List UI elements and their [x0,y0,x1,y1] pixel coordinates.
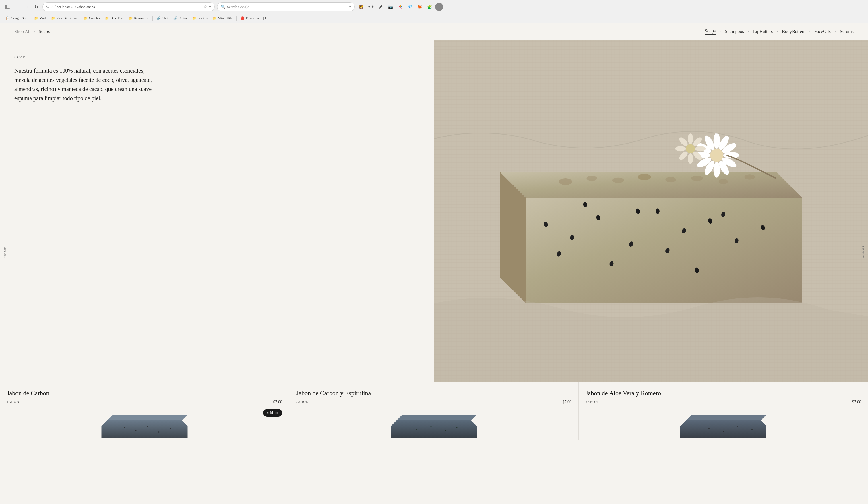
refresh-button[interactable]: ↻ [32,3,40,11]
svg-point-52 [688,153,693,164]
dale-play-icon: 📁 [105,16,109,20]
bookmark-google-suite[interactable]: 📋 Google Suite [3,15,31,21]
address-bar[interactable]: 🛡 ✓ localhost:3000/shop/soaps ☆ ▾ [42,2,215,11]
socials-icon: 📁 [192,16,196,20]
svg-point-62 [158,431,159,433]
bookmark-chat[interactable]: 🔗 Chat [154,15,171,21]
product-image-area-3 [586,409,861,438]
brave-shield-icon[interactable]: 🦁 [357,3,365,11]
chat-icon: 🔗 [157,16,161,20]
nav-lipbutters-link[interactable]: LipButters [753,29,773,34]
product-card-espirulina[interactable]: Jabon de Carbon y Espirulina JABÓN $7.00 [289,382,579,440]
product-type-3: JABÓN [586,400,598,404]
address-bar-menu-icon[interactable]: ▾ [209,4,211,9]
search-placeholder-text: Search Google [227,4,249,9]
camera-icon[interactable]: 📷 [386,3,394,11]
svg-marker-58 [107,415,188,421]
url-text: localhost:3000/shop/soaps [55,4,202,9]
hero-text-panel: SOAPS Nuestra fórmula es 100% natural, c… [0,40,434,382]
bookmark-sep-2 [236,16,237,21]
hero-image-panel [434,40,868,382]
bookmark-socials[interactable]: 📁 Socials [190,15,210,21]
bookmark-misc-utils[interactable]: 📁 Misc Utils [210,15,235,21]
product-price-2: $7.00 [562,400,572,404]
product-image-3 [586,412,861,438]
bookmark-editor[interactable]: 🔗 Editor [171,15,189,21]
nav-serums-link[interactable]: Serums [840,29,854,34]
bookmark-video-stream[interactable]: 📁 Video & Stream [49,15,81,21]
crypto-icon[interactable]: 💎 [406,3,414,11]
svg-marker-9 [500,172,802,198]
editor-icon: 🔗 [173,16,177,20]
nav-buttons: ← → ↻ [14,3,40,11]
hero-description-text: Nuestra fórmula es 100% natural, con ace… [14,66,158,103]
bookmark-resources[interactable]: 📁 Resources [127,15,151,21]
shield-icon: 🛡 [46,5,49,9]
product-image-1 [7,412,282,438]
edit-icon[interactable] [376,3,385,11]
misc-utils-icon: 📁 [213,16,217,20]
svg-point-15 [665,177,676,182]
product-meta-1: JABÓN $7.00 [7,400,282,404]
svg-point-72 [709,428,710,429]
product-meta-3: JABÓN $7.00 [586,400,861,404]
extensions-icon[interactable]: ✦✦ [367,3,375,11]
svg-point-61 [147,426,148,427]
user-avatar[interactable] [435,3,443,11]
product-name-3: Jabon de Aloe Vera y Romero [586,389,861,398]
nav-soaps-link[interactable]: Soaps [705,28,716,35]
google-suite-icon: 📋 [6,16,10,20]
bookmark-project-path[interactable]: 🔴 Project path | I... [238,15,271,21]
fox-icon[interactable]: 🦊 [416,3,424,11]
raspberry-icon: 🔴 [240,16,245,20]
bookmark-mail[interactable]: 📁 Mail [32,15,48,21]
svg-point-18 [744,174,755,179]
svg-point-75 [752,429,753,430]
nav-menu: Soaps · Shampoos · LipButters · BodyButt… [705,28,854,35]
browser-toolbar: ← → ↻ 🛡 ✓ localhost:3000/shop/soaps ☆ ▾ … [0,0,868,14]
back-button[interactable]: ← [14,3,22,11]
nav-faceoils-link[interactable]: FaceOils [814,29,831,34]
svg-point-69 [456,427,457,428]
product-image-2 [296,412,571,438]
svg-marker-65 [397,415,477,421]
svg-marker-64 [391,421,477,438]
search-icon: 🔍 [221,4,225,9]
product-card-aloe[interactable]: Jabon de Aloe Vera y Romero JABÓN $7.00 [579,382,868,440]
sidebar-toggle-button[interactable] [3,3,11,11]
breadcrumb-shop-all-link[interactable]: Shop All [14,29,30,34]
product-card-carbon[interactable]: Jabon de Carbon JABÓN $7.00 sold out [0,382,289,440]
nav-bodybutters-link[interactable]: BodyButters [782,29,805,34]
home-side-label[interactable]: HOME [1,241,9,264]
search-bar[interactable]: 🔍 Search Google ▾ [217,2,355,11]
product-type-2: JABÓN [296,400,309,404]
hero-category-label: SOAPS [14,54,420,59]
nav-shampoos-link[interactable]: Shampoos [725,29,744,34]
bookmarks-bar: 📋 Google Suite 📁 Mail 📁 Video & Stream 📁… [0,14,868,23]
product-price-3: $7.00 [852,400,861,404]
svg-point-54 [675,146,686,151]
rewards-icon[interactable]: 🃏 [396,3,404,11]
bookmark-star-icon[interactable]: ☆ [204,4,207,9]
search-dropdown-icon[interactable]: ▾ [349,5,351,9]
extension-icon[interactable]: 🧩 [425,3,433,11]
browser-chrome: ← → ↻ 🛡 ✓ localhost:3000/shop/soaps ☆ ▾ … [0,0,868,23]
svg-point-48 [688,133,693,144]
forward-button[interactable]: → [23,3,31,11]
bookmark-cuentas[interactable]: 📁 Cuentas [82,15,103,21]
product-type-1: JABÓN [7,400,19,404]
product-image-area-1: sold out [7,409,282,438]
about-side-label[interactable]: ABOUT [859,240,867,264]
bookmark-dale-play[interactable]: 📁 Dale Play [103,15,126,21]
browser-icons: 🦁 ✦✦ 📷 🃏 💎 🦊 🧩 [357,3,443,11]
svg-point-63 [170,428,171,429]
breadcrumb: Shop All / Soaps [14,29,50,34]
svg-point-60 [135,430,137,431]
video-icon: 📁 [51,16,55,20]
svg-point-11 [559,178,572,185]
resources-icon: 📁 [129,16,133,20]
website: HOME ABOUT Shop All / Soaps Soaps · Sham… [0,23,868,440]
svg-rect-1 [7,5,10,6]
sold-out-badge: sold out [263,409,282,417]
hero-section: SOAPS Nuestra fórmula es 100% natural, c… [0,40,868,382]
